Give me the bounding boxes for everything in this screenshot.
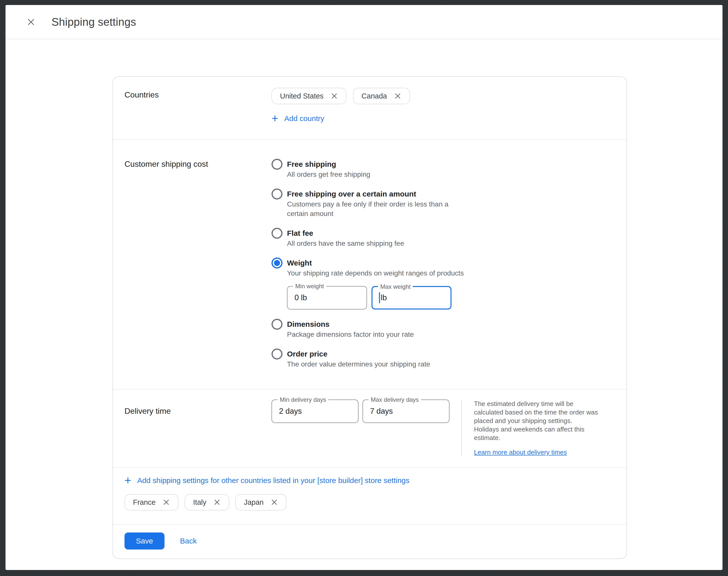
learn-more-delivery-times-link[interactable]: Learn more about delivery times xyxy=(474,449,567,456)
min-delivery-days-value: 2 days xyxy=(279,407,302,416)
settings-card: Countries United States Canada xyxy=(113,76,627,559)
max-delivery-days-value: 7 days xyxy=(370,407,393,416)
back-button[interactable]: Back xyxy=(180,537,197,545)
shipping-cost-section: Customer shipping cost Free shipping All… xyxy=(113,140,627,389)
add-other-countries-label: Add shipping settings for other countrie… xyxy=(137,476,409,485)
countries-section: Countries United States Canada xyxy=(113,77,627,140)
chip-label: Canada xyxy=(361,92,387,100)
plus-icon: + xyxy=(124,476,131,485)
country-chip-france[interactable]: France xyxy=(124,494,178,511)
dialog-footer: Save Back xyxy=(113,524,627,558)
option-description: Package dimensions factor into your rate xyxy=(287,330,414,339)
country-chip-japan[interactable]: Japan xyxy=(235,494,287,511)
max-delivery-days-field[interactable]: Max delivery days 7 days xyxy=(362,400,449,423)
delivery-fields: Min delivery days 2 days Max delivery da… xyxy=(271,400,462,456)
add-country-label: Add country xyxy=(284,114,324,123)
shipping-cost-options: Free shipping All orders get free shippi… xyxy=(271,160,464,369)
option-title: Dimensions xyxy=(287,319,414,329)
add-country-button[interactable]: + Add country xyxy=(271,114,324,123)
country-chip-italy[interactable]: Italy xyxy=(184,494,229,511)
option-description: All orders get free shipping xyxy=(287,170,370,179)
radio-free-shipping-over-amount[interactable] xyxy=(271,189,283,200)
country-chips: United States Canada xyxy=(271,88,410,104)
max-weight-value: lb xyxy=(381,293,387,302)
shipping-settings-dialog: Shipping settings Countries United State… xyxy=(5,5,723,570)
close-icon[interactable] xyxy=(330,92,338,100)
option-title: Free shipping over a certain amount xyxy=(287,189,448,199)
min-weight-field[interactable]: Min weight 0 lb xyxy=(287,286,367,310)
close-icon[interactable] xyxy=(394,92,402,100)
save-button[interactable]: Save xyxy=(124,532,165,549)
option-description: Your shipping rate depends on weight ran… xyxy=(287,268,464,278)
dialog-body: Countries United States Canada xyxy=(5,39,723,559)
max-weight-field[interactable]: Max weight lb xyxy=(372,286,452,310)
country-chip-canada[interactable]: Canada xyxy=(353,88,410,104)
close-icon xyxy=(27,18,35,27)
add-other-countries-button[interactable]: + Add shipping settings for other countr… xyxy=(124,476,409,485)
chip-label: Italy xyxy=(193,498,206,507)
other-countries-section: + Add shipping settings for other countr… xyxy=(113,468,627,524)
delivery-time-note: The estimated delivery time will be calc… xyxy=(462,400,615,456)
min-delivery-days-field[interactable]: Min delivery days 2 days xyxy=(271,400,358,423)
radio-order-price[interactable] xyxy=(271,348,283,359)
max-delivery-days-label: Max delivery days xyxy=(369,396,421,403)
option-free-shipping-over-amount[interactable]: Free shipping over a certain amount Cust… xyxy=(271,189,464,219)
weight-fields: Min weight 0 lb Max weight lb xyxy=(287,286,464,310)
option-title: Flat fee xyxy=(287,229,404,238)
delivery-time-section: Delivery time Min delivery days 2 days M… xyxy=(113,390,627,467)
option-title: Order price xyxy=(287,349,430,359)
option-weight[interactable]: Weight Your shipping rate depends on wei… xyxy=(271,258,464,310)
option-dimensions[interactable]: Dimensions Package dimensions factor int… xyxy=(271,319,464,339)
close-icon[interactable] xyxy=(270,498,278,506)
option-flat-fee[interactable]: Flat fee All orders have the same shippi… xyxy=(271,229,464,248)
chip-label: Japan xyxy=(244,498,263,507)
option-description: Customers pay a fee only if their order … xyxy=(287,200,448,219)
close-icon[interactable] xyxy=(213,498,221,506)
option-free-shipping[interactable]: Free shipping All orders get free shippi… xyxy=(271,160,464,179)
option-description: All orders have the same shipping fee xyxy=(287,239,404,248)
other-country-chips: France Italy Japan xyxy=(124,494,615,511)
countries-content: United States Canada xyxy=(271,88,410,123)
option-order-price[interactable]: Order price The order value determines y… xyxy=(271,349,464,369)
dialog-header: Shipping settings xyxy=(5,5,723,39)
close-icon[interactable] xyxy=(163,498,170,506)
countries-label: Countries xyxy=(124,88,271,123)
radio-free-shipping[interactable] xyxy=(271,159,283,170)
min-weight-value: 0 lb xyxy=(294,293,307,302)
chip-label: France xyxy=(133,498,155,507)
radio-dimensions[interactable] xyxy=(271,319,283,330)
option-title: Weight xyxy=(287,258,464,268)
delivery-time-label: Delivery time xyxy=(124,400,271,456)
shipping-cost-label: Customer shipping cost xyxy=(124,160,271,369)
plus-icon: + xyxy=(271,114,278,122)
max-weight-label: Max weight xyxy=(378,283,413,290)
country-chip-united-states[interactable]: United States xyxy=(271,88,347,104)
option-title: Free shipping xyxy=(287,160,370,169)
option-description: The order value determines your shipping… xyxy=(287,359,430,369)
close-button[interactable] xyxy=(24,15,38,29)
min-weight-label: Min weight xyxy=(293,283,326,290)
min-delivery-days-label: Min delivery days xyxy=(278,396,328,403)
radio-weight[interactable] xyxy=(271,258,283,268)
dialog-title: Shipping settings xyxy=(52,16,136,28)
chip-label: United States xyxy=(280,92,323,100)
text-cursor xyxy=(379,292,380,303)
radio-flat-fee[interactable] xyxy=(271,228,283,239)
delivery-note-text: The estimated delivery time will be calc… xyxy=(474,400,615,442)
